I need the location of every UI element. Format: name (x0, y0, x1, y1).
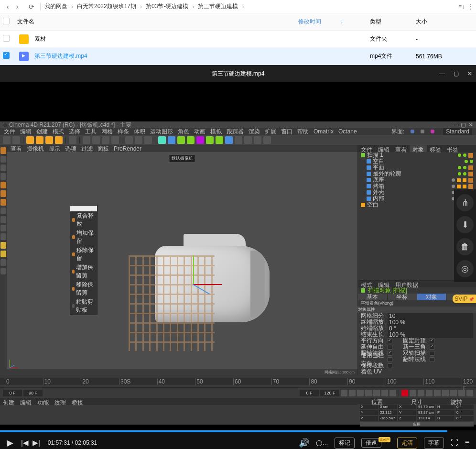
ctx-item[interactable]: 移除保留剪 (70, 280, 97, 297)
close-button[interactable]: ✕ (467, 70, 472, 77)
ctx-item[interactable]: 移除保留 (70, 246, 97, 263)
attr-checkbox[interactable] (430, 339, 434, 343)
svip-badge[interactable]: SVIP 📌 (453, 295, 476, 303)
menu-item[interactable]: 运动图形 (150, 128, 173, 136)
toolbar-subdivision-icon[interactable] (187, 136, 195, 144)
color-swatch[interactable] (421, 130, 424, 133)
perspective-viewport[interactable]: 查看 摄像机 显示 选项 过滤 面板 ProRender 默认摄像机 (7, 145, 357, 375)
toolbar-spline-icon[interactable] (168, 136, 175, 144)
toolbar-light-icon[interactable] (244, 136, 252, 144)
tl-next-frame-icon[interactable] (373, 390, 380, 396)
toolbar-x-axis-icon[interactable] (83, 136, 90, 144)
attr-tab[interactable]: 坐标 (388, 294, 417, 300)
layout-dropdown[interactable]: Standard (443, 128, 472, 135)
soft-select-icon[interactable] (0, 233, 6, 240)
toolbar-rotate-icon[interactable] (55, 136, 63, 144)
coord-input[interactable]: 94.75 cm (417, 405, 435, 409)
toolbar-render-settings-icon[interactable] (144, 136, 152, 144)
mat-tab[interactable]: 纹理 (52, 398, 69, 405)
menu-item[interactable]: 角色 (178, 128, 189, 136)
obj-tab[interactable]: 编辑 (375, 145, 392, 152)
tl-prev-key-icon[interactable] (349, 390, 356, 396)
fullscreen-icon[interactable]: ⛶ (451, 438, 458, 447)
nav-back-button[interactable]: ‹ (3, 2, 12, 11)
toolbar-floor-icon[interactable] (254, 136, 261, 144)
coord-input[interactable]: 93.97 cm (417, 410, 435, 415)
breadcrumb-item[interactable]: 第03节-硬边建模 (146, 2, 188, 11)
column-size[interactable]: 大小 (416, 18, 473, 26)
toolbar-render-icon[interactable] (125, 136, 133, 144)
toolbar-scale-icon[interactable] (45, 136, 53, 144)
coord-input[interactable]: 0 ° (455, 410, 474, 415)
menu-item[interactable]: 窗口 (281, 128, 292, 136)
tl-pos-icon[interactable] (426, 390, 433, 396)
column-modified[interactable]: 修改时间↓ (298, 18, 370, 26)
menu-item[interactable]: 样条 (118, 128, 129, 136)
attr-input[interactable]: 100 % (388, 319, 473, 326)
menu-item[interactable]: 扩展 (265, 128, 276, 136)
ctx-item[interactable]: 粘贴剪贴板 (70, 297, 97, 315)
toolbar-cube-icon[interactable] (158, 136, 166, 144)
quality-button[interactable]: 超清 (397, 438, 417, 449)
next-track-button[interactable]: ▶| (32, 438, 40, 447)
timeline-ruler[interactable]: 0 10 20 30S 40 50 60 70 80 90 100 110 12… (0, 375, 476, 387)
select-all-checkbox[interactable] (3, 18, 10, 24)
attr-checkbox[interactable] (388, 357, 392, 362)
toolbar-y-axis-icon[interactable] (92, 136, 100, 144)
obj-tab[interactable]: 对象 (410, 145, 427, 152)
toolbar-z-axis-icon[interactable] (102, 136, 109, 144)
minimize-button[interactable]: — (439, 70, 445, 77)
ctx-item[interactable]: 复合释放 (70, 211, 97, 229)
obj-tab[interactable]: 文件 (358, 145, 375, 152)
toolbar-field-icon[interactable] (216, 136, 223, 144)
octane-yellow-icon[interactable] (0, 242, 6, 249)
tl-next-key-icon[interactable] (381, 390, 388, 396)
menu-item[interactable]: 帮助 (297, 128, 309, 136)
row-checkbox[interactable] (3, 52, 10, 59)
tl-range-start[interactable]: 0 F (300, 390, 319, 396)
workplane-snap-icon[interactable] (0, 225, 6, 231)
share-icon[interactable]: ⋔ (456, 194, 474, 211)
maximize-button[interactable]: ▢ (454, 70, 459, 77)
obj-tab[interactable]: 标签 (427, 145, 444, 152)
column-type[interactable]: 类型 (370, 18, 416, 26)
coord-input[interactable]: 13.814 cm (417, 416, 435, 421)
tl-scale-icon[interactable] (434, 390, 441, 396)
mat-tab[interactable]: 创建 (0, 398, 17, 405)
coord-tab[interactable]: 旋转 (436, 398, 476, 404)
file-row-video[interactable]: 第三节硬边建模.mp4 mp4文件 561.76MB (0, 48, 476, 65)
obj-tab[interactable]: 查看 (392, 145, 410, 152)
volume-icon[interactable]: 🔊 (299, 438, 309, 448)
attr-checkbox[interactable] (430, 345, 434, 350)
menu-item[interactable]: 模式 (53, 128, 64, 136)
tl-play-icon[interactable] (365, 390, 372, 396)
ctx-search-field[interactable] (70, 206, 97, 211)
vp-menu-item[interactable]: 过滤 (81, 145, 93, 153)
settings-circle-icon[interactable]: ◎ (456, 260, 474, 277)
workplane-icon[interactable] (0, 173, 6, 180)
vp-menu-item[interactable]: ProRender (114, 145, 141, 152)
attr-tab[interactable]: 基本 (358, 294, 388, 300)
coord-apply-button[interactable]: 应用 (360, 422, 474, 427)
marker-button[interactable]: 标记 (335, 438, 355, 449)
coord-input[interactable]: 23.112 cm (379, 410, 397, 415)
tl-prev-frame-icon[interactable] (357, 390, 364, 396)
row-checkbox[interactable] (3, 35, 10, 42)
column-name[interactable]: 文件名 (15, 18, 298, 26)
texture-mode-icon[interactable] (0, 164, 6, 171)
attr-input[interactable]: 0 ° (388, 325, 473, 332)
file-row-folder[interactable]: 素材 文件夹 - (0, 31, 476, 48)
menu-item[interactable]: 体积 (134, 128, 145, 136)
coord-input[interactable]: 0 ° (455, 416, 474, 421)
nav-forward-button[interactable]: › (12, 2, 22, 11)
toolbar-camera-icon[interactable] (235, 136, 242, 144)
coord-tab[interactable]: 位置 (357, 398, 397, 404)
attr-input[interactable]: 10 (388, 313, 473, 319)
attr-checkbox[interactable] (388, 351, 392, 356)
mat-tab[interactable]: 功能 (34, 398, 52, 405)
model-mode-icon[interactable] (0, 156, 6, 163)
toolbar-redo-icon[interactable] (12, 136, 20, 144)
window-min-icon[interactable]: — (453, 121, 458, 128)
more-icon[interactable]: ◯… (316, 439, 328, 446)
tl-rot-icon[interactable] (442, 390, 449, 396)
